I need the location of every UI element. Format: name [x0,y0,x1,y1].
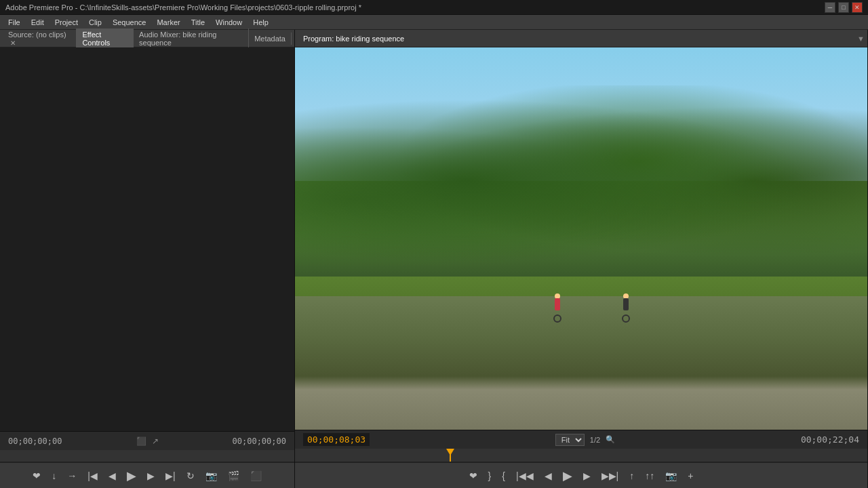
source-step-fwd-button[interactable]: ▶ [144,468,158,483]
prog-play-button[interactable]: ▶ [559,466,576,485]
source-tab-close[interactable]: ✕ [10,39,16,47]
window-controls: ─ □ ✕ [825,2,863,13]
source-go-to-out-button[interactable]: ▶| [162,468,179,483]
prog-plus-button[interactable]: + [684,468,696,483]
menu-clip[interactable]: Clip [83,17,107,28]
program-tabs: Program: bike riding sequence ▼ [295,30,867,47]
source-step-back-button[interactable]: ◀ [105,468,119,483]
source-export-icon: ↗ [152,436,159,446]
window-title: Adobe Premiere Pro - C:\InfiniteSkills-a… [5,3,361,12]
source-timecode-start: 00;00;00;00 [8,436,62,446]
prog-add-marker-button[interactable]: { [498,468,509,483]
prog-go-out-button[interactable]: ▶▶| [598,468,623,483]
program-current-timecode[interactable]: 00;00;08;03 [303,433,370,446]
source-add-marker-button[interactable]: ↓ [48,468,60,483]
prog-mark-in-button[interactable]: ❤ [466,468,481,483]
menu-sequence[interactable]: Sequence [107,17,152,28]
source-go-to-in-button[interactable]: |◀ [84,468,101,483]
tab-effect-controls[interactable]: Effect Controls [77,28,134,49]
program-end-timecode: 00;00;22;04 [801,434,859,445]
menu-marker[interactable]: Marker [151,17,185,28]
source-timecode-end: 00;00;00;00 [233,436,286,446]
prog-lift-button[interactable]: ↑ [626,468,637,483]
minimize-button[interactable]: ─ [825,2,835,13]
source-loop-button[interactable]: ↻ [183,468,198,483]
prog-mark-out-button[interactable]: } [485,468,495,483]
tab-audio-mixer[interactable]: Audio Mixer: bike riding sequence [134,28,249,49]
quality-label: 1/2 [590,436,600,444]
rider-2 [621,296,631,323]
source-monitor [0,47,294,431]
prog-step-back-button[interactable]: ◀ [541,468,555,483]
source-mark-in-button[interactable]: ❤ [29,468,44,483]
tab-metadata[interactable]: Metadata [249,33,292,45]
zoom-icon[interactable]: 🔍 [606,435,615,444]
program-controls: ❤ } { |◀◀ ◀ ▶ ▶ ▶▶| ↑ ↑↑ 📷 + [295,462,867,488]
title-bar: Adobe Premiere Pro - C:\InfiniteSkills-a… [0,0,868,15]
close-button[interactable]: ✕ [852,2,863,13]
maximize-button[interactable]: □ [838,2,849,13]
prog-go-in-button[interactable]: |◀◀ [513,468,537,483]
source-controls: ❤ ↓ → |◀ ◀ ▶ ▶ ▶| ↻ 📷 🎬 ⬛ [0,462,294,488]
source-timecode: 00;00;00;00 ⬛ ↗ 00;00;00;00 [0,431,294,450]
program-timecode: 00;00;08;03 Fit 1/2 🔍 00;00;22;04 [295,430,867,449]
program-panel-menu[interactable]: ▼ [857,35,865,43]
program-monitor [295,47,867,430]
source-play-button[interactable]: ▶ [123,466,140,485]
menu-file[interactable]: File [3,17,26,28]
rider-1 [553,296,562,323]
menu-help[interactable]: Help [248,17,274,28]
menu-title[interactable]: Title [186,17,210,28]
prog-step-fwd-button[interactable]: ▶ [580,468,594,483]
video-trees [295,85,867,277]
source-tabs: Source: (no clips) ✕ Effect Controls Aud… [0,30,294,47]
fit-selector[interactable]: Fit [555,434,585,446]
source-insert-button[interactable]: ⬛ [247,468,265,483]
menu-window[interactable]: Window [210,17,248,28]
video-road [295,296,867,430]
tab-source-no-clips[interactable]: Source: (no clips) ✕ [3,28,77,49]
menu-project[interactable]: Project [50,17,83,28]
menu-edit[interactable]: Edit [26,17,50,28]
source-camera-button[interactable]: 📷 [202,468,220,483]
tab-program[interactable]: Program: bike riding sequence [298,33,410,45]
source-progress-bar[interactable] [0,450,294,462]
prog-camera-button[interactable]: 📷 [662,468,680,483]
source-drag-video-button[interactable]: 🎬 [224,468,243,483]
prog-extract-button[interactable]: ↑↑ [642,468,658,483]
program-progress-bar[interactable]: ▼ [295,449,867,462]
source-next-marker-button[interactable]: → [64,468,80,483]
program-in-marker: ▼ [447,447,454,455]
source-marker-icon: ⬛ [136,436,146,446]
